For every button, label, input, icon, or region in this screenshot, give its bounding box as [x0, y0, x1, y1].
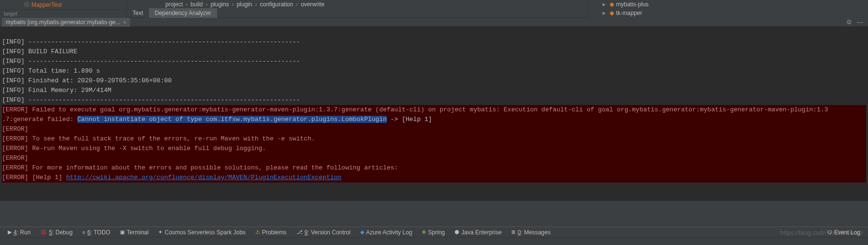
chevron-right-icon: ›	[232, 1, 234, 8]
tool-debug[interactable]: 🐞5: Debug	[35, 229, 77, 236]
tool-azure[interactable]: ◆Azure Activity Log	[355, 229, 417, 236]
tree-item-target[interactable]: target	[0, 9, 126, 17]
project-tree[interactable]: Ⓒ MapperTest target	[0, 0, 127, 18]
console-error-line: [ERROR] Re-run Maven using the -X switch…	[2, 144, 866, 153]
tree-item-mappertest[interactable]: Ⓒ MapperTest	[0, 0, 126, 9]
gear-icon[interactable]: ⚙	[846, 18, 852, 26]
module-icon: ⬢	[610, 11, 614, 16]
maven-item-mybatis-plus[interactable]: ▶⬢ mybatis-plus	[588, 0, 868, 9]
console-error-line: [ERROR] Failed to execute goal org.mybat…	[2, 105, 866, 115]
tool-problems[interactable]: ⚠Problems	[250, 229, 292, 236]
branch-icon: ⎇	[296, 229, 303, 235]
maven-item-label: tk-mapper	[616, 10, 642, 16]
console-error-line: [ERROR]	[2, 124, 866, 134]
console-line: [INFO] BUILD FAILURE	[2, 48, 77, 55]
tool-messages[interactable]: ≣0: Messages	[506, 229, 555, 236]
console-line: [INFO] ---------------------------------…	[2, 96, 300, 104]
crumb[interactable]: project	[165, 1, 183, 8]
console-line: [INFO] Final Memory: 29M/414M	[2, 87, 111, 94]
console-line: [INFO] Finished at: 2020-09-20T05:35:06+…	[2, 77, 172, 84]
class-icon: Ⓒ	[24, 1, 29, 8]
chevron-right-icon: ›	[296, 1, 298, 8]
tool-terminal[interactable]: ▣Terminal	[115, 229, 153, 236]
console-line: [INFO] ---------------------------------…	[2, 38, 300, 46]
spring-icon: ❀	[422, 229, 426, 235]
minimize-icon[interactable]: —	[857, 18, 863, 26]
console-error-line: [ERROR]	[2, 153, 866, 163]
tool-event-log[interactable]: 🗨Event Log	[822, 229, 865, 236]
maven-item-label: mybatis-plus	[616, 1, 648, 8]
console-error-line: [ERROR] [Help 1] http://cwiki.apache.org…	[2, 173, 866, 183]
maven-tree[interactable]: ▶⬢ mybatis-plus ▶⬢ tk-mapper	[588, 0, 868, 18]
java-ee-icon: ⬢	[455, 229, 459, 235]
chevron-right-icon: ›	[255, 1, 257, 8]
tool-run[interactable]: ▶4: Run	[3, 229, 35, 236]
console-output[interactable]: [INFO] ---------------------------------…	[0, 27, 868, 201]
tool-cosmos[interactable]: ✦Cosmos Serverless Spark Jobs	[153, 229, 250, 236]
crumb[interactable]: overwrite	[301, 1, 324, 8]
tool-window-bar: ▶4: Run 🐞5: Debug ≡6: TODO ▣Terminal ✦Co…	[0, 227, 868, 237]
console-line: [INFO] ---------------------------------…	[2, 58, 300, 65]
balloon-icon: 🗨	[827, 230, 832, 235]
run-config-label: mybatis [org.mybatis.generator:mybatis-g…	[6, 19, 120, 26]
warning-icon: ⚠	[255, 229, 260, 235]
tree-item-label: MapperTest	[31, 1, 62, 8]
maven-item-tk-mapper[interactable]: ▶⬢ tk-mapper	[588, 9, 868, 17]
spark-icon: ✦	[158, 229, 162, 235]
module-icon: ⬢	[610, 2, 614, 7]
azure-icon: ◆	[360, 229, 364, 235]
status-bar	[0, 237, 868, 245]
bug-icon: 🐞	[40, 229, 47, 235]
breadcrumb: project› build› plugins› plugin› configu…	[127, 0, 588, 8]
help-link[interactable]: http://cwiki.apache.org/confluence/displ…	[66, 174, 342, 181]
tab-text[interactable]: Text	[127, 8, 149, 18]
selected-text: Cannot instantiate object of type com.it…	[77, 116, 387, 123]
crumb[interactable]: plugins	[210, 1, 229, 8]
tool-version-control[interactable]: ⎇9: Version Control	[292, 229, 355, 236]
tool-spring[interactable]: ❀Spring	[417, 229, 450, 236]
tool-java-enterprise[interactable]: ⬢Java Enterprise	[450, 229, 506, 236]
triangle-right-icon: ▶	[603, 11, 606, 15]
chevron-right-icon: ›	[186, 1, 188, 8]
chevron-right-icon: ›	[206, 1, 207, 8]
messages-icon: ≣	[511, 229, 515, 235]
console-error-line: .7:generate failed: Cannot instantiate o…	[2, 115, 866, 124]
terminal-icon: ▣	[120, 229, 125, 235]
crumb[interactable]: build	[191, 1, 203, 8]
console-error-line: [ERROR] For more information about the e…	[2, 163, 866, 173]
console-line: [INFO] Total time: 1.890 s	[2, 67, 100, 75]
tool-todo[interactable]: ≡6: TODO	[77, 229, 115, 236]
close-icon[interactable]: ×	[123, 19, 126, 25]
triangle-right-icon: ▶	[603, 2, 606, 7]
play-icon: ▶	[8, 229, 12, 235]
crumb[interactable]: configuration	[260, 1, 293, 8]
list-icon: ≡	[82, 230, 85, 235]
run-tab-bar: mybatis [org.mybatis.generator:mybatis-g…	[0, 18, 868, 27]
crumb[interactable]: plugin	[236, 1, 252, 8]
console-error-line: [ERROR] To see the full stack trace of t…	[2, 134, 866, 144]
tab-dependency-analyzer[interactable]: Dependency Analyzer	[149, 8, 217, 18]
run-config-tab[interactable]: mybatis [org.mybatis.generator:mybatis-g…	[2, 18, 130, 27]
